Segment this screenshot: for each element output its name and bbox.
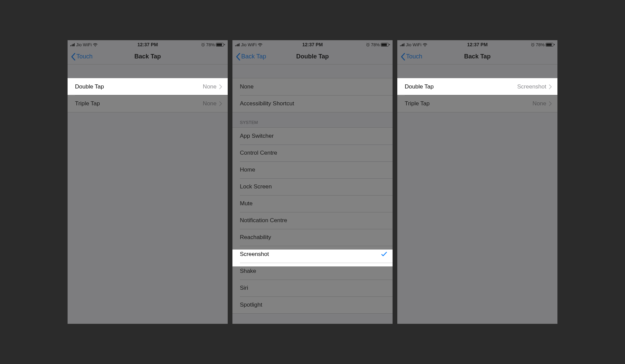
option-siri[interactable]: Siri [232, 280, 393, 296]
panel-back-tap-before: Jio WiFi 12:37 PM 78% Touch Back Tap [68, 40, 228, 324]
battery-percent-label: 78% [206, 42, 215, 47]
back-tap-options-group: Double Tap Screenshot Triple Tap None [397, 78, 557, 112]
battery-icon [546, 43, 555, 47]
carrier-label: Jio WiFi [241, 42, 256, 47]
panel-back-tap-after: Jio WiFi 12:37 PM 78% Touch Back Tap [397, 40, 557, 324]
back-tap-options-group: Double Tap None Triple Tap None [68, 78, 228, 112]
row-label: Shake [240, 268, 387, 275]
option-lock-screen[interactable]: Lock Screen [232, 178, 393, 195]
row-value: None [203, 83, 217, 90]
row-label: Notification Centre [240, 217, 387, 224]
option-app-switcher[interactable]: App Switcher [232, 128, 393, 145]
option-none[interactable]: None [232, 78, 393, 95]
triple-tap-row[interactable]: Triple Tap None [397, 95, 557, 112]
option-screenshot[interactable]: Screenshot [232, 246, 393, 263]
row-label: Double Tap [75, 83, 203, 90]
chevron-right-icon [219, 101, 222, 106]
back-button[interactable]: Back Tap [236, 53, 296, 60]
row-label: Spotlight [240, 302, 387, 308]
back-label: Touch [406, 53, 422, 60]
nav-bar: Touch Back Tap [68, 49, 228, 64]
cellular-signal-icon [70, 43, 75, 46]
composite-screenshots: Jio WiFi 12:37 PM 78% Touch Back Tap [68, 40, 557, 324]
option-notification-centre[interactable]: Notification Centre [232, 212, 393, 229]
chevron-left-icon [236, 53, 241, 60]
battery-percent-label: 78% [371, 42, 380, 47]
alarm-icon [531, 43, 535, 47]
section-header-system: SYSTEM [232, 112, 393, 127]
option-accessibility-shortcut[interactable]: Accessibility Shortcut [232, 95, 393, 112]
row-label: Home [240, 166, 387, 173]
row-label: Lock Screen [240, 183, 387, 190]
page-title: Double Tap [296, 53, 329, 60]
chevron-left-icon [401, 53, 405, 60]
row-label: Accessibility Shortcut [240, 100, 387, 107]
row-value: None [203, 100, 217, 107]
chevron-left-icon [71, 53, 76, 60]
option-mute[interactable]: Mute [232, 195, 393, 212]
row-label: None [240, 83, 387, 90]
system-group: App Switcher Control Centre Home Lock Sc… [232, 127, 393, 314]
row-label: Screenshot [240, 251, 381, 258]
battery-percent-label: 78% [536, 42, 545, 47]
clock-label: 12:37 PM [467, 42, 488, 47]
triple-tap-row[interactable]: Triple Tap None [68, 95, 228, 112]
page-title: Back Tap [134, 53, 161, 60]
check-icon [381, 251, 387, 257]
back-button[interactable]: Touch [71, 53, 134, 60]
clock-label: 12:37 PM [138, 42, 158, 47]
row-label: Triple Tap [405, 100, 532, 107]
battery-icon [381, 43, 390, 47]
option-spotlight[interactable]: Spotlight [232, 296, 393, 313]
top-group: None Accessibility Shortcut [232, 78, 393, 112]
row-label: App Switcher [240, 133, 387, 139]
row-value: Screenshot [517, 83, 546, 90]
row-label: Triple Tap [75, 100, 203, 107]
battery-icon [216, 43, 225, 47]
row-label: Mute [240, 200, 387, 207]
row-label: Reachability [240, 234, 387, 241]
back-label: Touch [76, 53, 93, 60]
chevron-right-icon [219, 84, 222, 89]
cellular-signal-icon [235, 43, 240, 46]
double-tap-row[interactable]: Double Tap None [68, 78, 228, 95]
status-bar: Jio WiFi 12:37 PM 78% [232, 40, 393, 49]
chevron-right-icon [549, 101, 552, 106]
page-title: Back Tap [464, 53, 491, 60]
status-bar: Jio WiFi 12:37 PM 78% [397, 40, 557, 49]
alarm-icon [201, 43, 205, 47]
wifi-icon [258, 43, 262, 47]
cellular-signal-icon [400, 43, 404, 46]
carrier-label: Jio WiFi [406, 42, 421, 47]
panel-double-tap-options: Jio WiFi 12:37 PM 78% Back Tap Double Ta… [232, 40, 393, 324]
nav-bar: Touch Back Tap [397, 49, 557, 64]
wifi-icon [93, 43, 98, 47]
back-label: Back Tap [241, 53, 266, 60]
wifi-icon [423, 43, 427, 47]
dim-overlay-bottom [397, 95, 557, 324]
double-tap-row[interactable]: Double Tap Screenshot [397, 78, 557, 95]
row-label: Double Tap [405, 83, 517, 90]
clock-label: 12:37 PM [302, 42, 323, 47]
option-shake[interactable]: Shake [232, 263, 393, 280]
row-label: Siri [240, 285, 387, 291]
back-button[interactable]: Touch [401, 53, 464, 60]
status-bar: Jio WiFi 12:37 PM 78% [68, 40, 228, 49]
dim-overlay-bottom [68, 95, 228, 324]
nav-bar: Back Tap Double Tap [232, 49, 393, 64]
option-home[interactable]: Home [232, 161, 393, 178]
option-reachability[interactable]: Reachability [232, 229, 393, 246]
chevron-right-icon [549, 84, 552, 89]
options-scroll-area[interactable]: None Accessibility Shortcut SYSTEM App S… [232, 64, 393, 324]
row-label: Control Centre [240, 150, 387, 156]
alarm-icon [366, 43, 370, 47]
option-control-centre[interactable]: Control Centre [232, 145, 393, 161]
row-value: None [532, 100, 546, 107]
carrier-label: Jio WiFi [76, 42, 92, 47]
